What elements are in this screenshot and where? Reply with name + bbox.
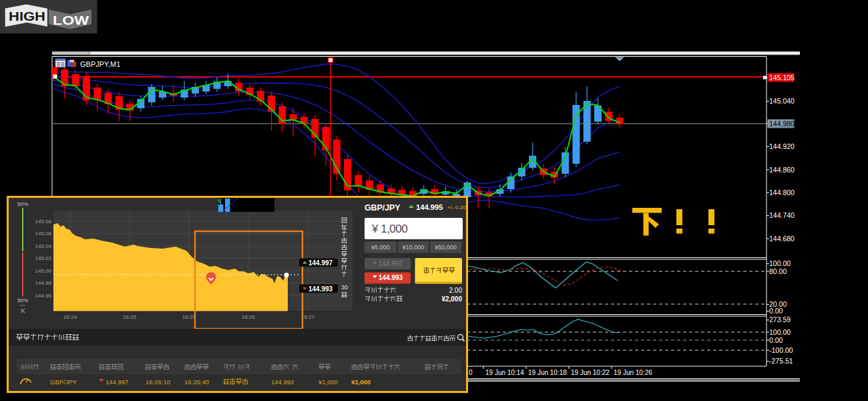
svg-text:GBP/JPY: GBP/JPY [50,378,77,386]
svg-text:16:26:10: 16:26:10 [146,378,170,386]
svg-text:¥1,000: ¥1,000 [318,378,338,386]
svg-text:144.992: 144.992 [271,378,294,386]
svg-text:144.997: 144.997 [105,378,128,386]
svg-text:16:26:40: 16:26:40 [184,378,209,386]
svg-text:¥2,000: ¥2,000 [351,378,371,386]
